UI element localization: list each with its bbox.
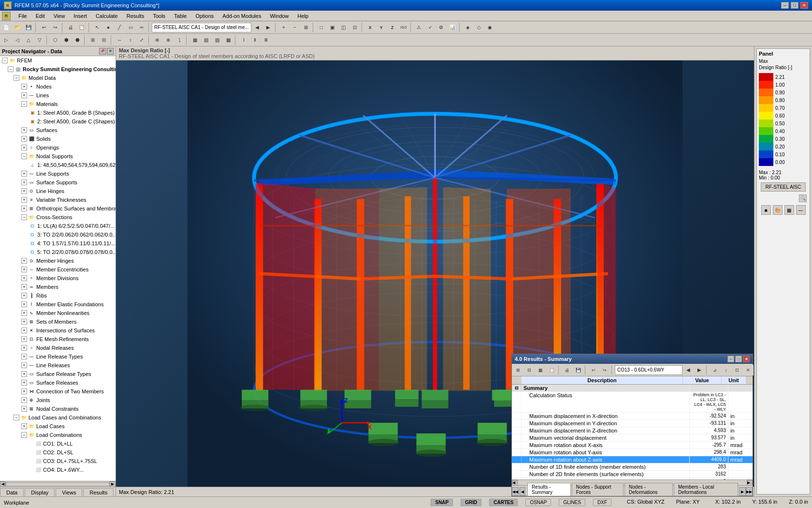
dxf-button[interactable]: DXF xyxy=(593,499,611,506)
results-tab-summary[interactable]: Results - Summary xyxy=(527,483,571,496)
tree-openings[interactable]: + ○ Openings xyxy=(0,143,116,152)
res-filter[interactable]: ⊿ xyxy=(710,365,720,375)
lines-expand[interactable]: + xyxy=(21,92,27,98)
menu-table[interactable]: Table xyxy=(170,12,190,20)
res-extra[interactable]: ⊡ xyxy=(732,365,742,375)
tb2-label3[interactable]: Ⅲ xyxy=(261,35,271,45)
results-tab-fwd[interactable]: ▶ xyxy=(739,487,746,496)
ls-expand[interactable]: + xyxy=(21,171,27,177)
tree-lines[interactable]: + — Lines xyxy=(0,91,116,100)
lr-expand[interactable]: + xyxy=(21,362,27,368)
tree-model-data[interactable]: − 📁 Model Data xyxy=(0,74,116,82)
ortho-expand[interactable]: + xyxy=(21,206,27,211)
glines-button[interactable]: GLINES xyxy=(559,499,585,506)
res-tb-btn4[interactable]: 📋 xyxy=(546,365,557,375)
tree-nodal-constraints[interactable]: + ⊠ Nodal Constraints xyxy=(0,404,116,413)
tree-cs4[interactable]: ⊡ 4: TO 1.57/1.57/0.11/0.11/0.11/... xyxy=(0,239,116,248)
tree-co2[interactable]: ⬜ CO2: DL+SL xyxy=(0,448,116,457)
tree-load-cases[interactable]: − 📁 Load Cases and Combinations xyxy=(0,413,116,422)
nodes-expand[interactable]: + xyxy=(21,84,27,90)
panel-close-button[interactable]: ✕ xyxy=(107,48,114,55)
vt-expand[interactable]: + xyxy=(21,197,27,203)
tb2-btn1[interactable]: ▷ xyxy=(1,35,12,45)
mef-expand[interactable]: + xyxy=(21,301,27,307)
module-dropdown[interactable]: RF-STEEL AISC CA1 - Design of steel me..… xyxy=(152,23,251,32)
tb2-btn2[interactable]: ◁ xyxy=(12,35,23,45)
legend-zoom-button[interactable]: 🔍 xyxy=(799,194,807,202)
sm-expand[interactable]: + xyxy=(21,319,27,325)
tree-surface-release-types[interactable]: + ▭ Surface Release Types xyxy=(0,370,116,378)
tree-joints[interactable]: + ⊕ Joints xyxy=(0,396,116,404)
tree-sets-members[interactable]: + ⊞ Sets of Members xyxy=(0,317,116,326)
tree-var-thick[interactable]: + ≡ Variable Thicknesses xyxy=(0,195,116,204)
mnl-expand[interactable]: + xyxy=(21,310,27,316)
res-scroll-left[interactable]: ◀ xyxy=(512,480,518,486)
tree-materials[interactable]: − 📁 Materials xyxy=(0,100,116,108)
menu-help[interactable]: Help xyxy=(294,12,313,20)
tree-nodes[interactable]: + • Nodes xyxy=(0,82,116,91)
menu-file[interactable]: File xyxy=(14,12,31,20)
tb2-btn6[interactable]: ⬢ xyxy=(61,35,72,45)
new-button[interactable]: 📄 xyxy=(1,22,12,33)
res-tb-btn1[interactable]: ⊞ xyxy=(513,365,523,375)
results-tab-support[interactable]: Nodes - Support Forces xyxy=(572,483,624,496)
tree-cs5[interactable]: ⊡ 5: TO 2/2/0.078/0.078/0.078/0.0... xyxy=(0,248,116,256)
res-tb-btn3[interactable]: ▦ xyxy=(535,365,546,375)
tree-cs1[interactable]: ⊡ 1: UL(A) 6/2.5/2.5/0.047/0.047/... xyxy=(0,222,116,230)
menu-view[interactable]: View xyxy=(50,12,69,20)
menu-edit[interactable]: Edit xyxy=(32,12,49,20)
render-btn2[interactable]: ▣ xyxy=(327,22,338,33)
openings-expand[interactable]: + xyxy=(21,145,27,150)
tree-load-combos[interactable]: − 📁 Load Combinations xyxy=(0,431,116,439)
con-expand[interactable]: + xyxy=(21,388,27,394)
results-minimize[interactable]: ─ xyxy=(727,356,734,362)
tab-results[interactable]: Results xyxy=(83,488,114,496)
tree-scrollbar-h[interactable]: ◀ ▶ xyxy=(0,481,116,487)
tree-company[interactable]: − 🏢 Rocky Summit Engineering Consulting* xyxy=(0,65,116,74)
tree-mat2[interactable]: ▣ 2: Steel A500, Grade C (Shapes) xyxy=(0,117,116,126)
tree-connection[interactable]: + ⋈ Connection of Two Members xyxy=(0,387,116,396)
grid-button[interactable]: GRID xyxy=(461,499,481,506)
surface-button[interactable]: ▭ xyxy=(125,22,136,33)
results-close[interactable]: ✕ xyxy=(743,356,750,362)
solids-expand[interactable]: + xyxy=(21,136,27,142)
lh-expand[interactable]: + xyxy=(21,188,27,194)
tree-line-supports[interactable]: + — Line Supports xyxy=(0,169,116,178)
menu-addon[interactable]: Add-on Modules xyxy=(218,12,265,20)
summary-expand-icon[interactable]: ⊟ xyxy=(512,385,522,391)
res-undo[interactable]: ↩ xyxy=(588,365,599,375)
scroll-right[interactable]: ▶ xyxy=(110,481,116,487)
res-close[interactable]: ✕ xyxy=(743,365,754,375)
mem-expand[interactable]: + xyxy=(21,284,27,290)
menu-insert[interactable]: Insert xyxy=(70,12,91,20)
res-sort[interactable]: ↕ xyxy=(721,365,731,375)
menu-tools[interactable]: Tools xyxy=(149,12,169,20)
res-tb-btn2[interactable]: ⊟ xyxy=(524,365,535,375)
result-btn[interactable]: 📊 xyxy=(447,22,458,33)
tb2-snap2[interactable]: ⊟ xyxy=(99,35,109,45)
tree-intersections[interactable]: + ✕ Intersections of Surfaces xyxy=(0,326,116,335)
lco-expand[interactable]: − xyxy=(21,432,27,438)
tree-member-ecc[interactable]: + ↔ Member Eccentricities xyxy=(0,265,116,274)
tree-surface-releases[interactable]: + ▭ Surface Releases xyxy=(0,378,116,387)
render-btn1[interactable]: □ xyxy=(316,22,327,33)
tree-co3[interactable]: ⬜ CO3: DL+.75LL+.75SL xyxy=(0,457,116,465)
extra-btn3[interactable]: ◉ xyxy=(485,22,495,33)
menu-calculate[interactable]: Calculate xyxy=(92,12,122,20)
tb2-dim1[interactable]: ↔ xyxy=(114,35,125,45)
tree-ribs[interactable]: + ┃ Ribs xyxy=(0,291,116,300)
legend-icon-4[interactable]: — xyxy=(796,205,806,215)
tree-co1[interactable]: ⬜ CO1: DL+LL xyxy=(0,439,116,448)
materials-expand[interactable]: − xyxy=(21,101,27,107)
tree-line-releases[interactable]: + — Line Releases xyxy=(0,361,116,370)
nr-expand[interactable]: + xyxy=(21,345,27,351)
md-expand[interactable]: + xyxy=(21,275,27,281)
tree-mat1[interactable]: ▣ 1: Steel A500, Grade B (Shapes) xyxy=(0,108,116,117)
tree-member-elastic[interactable]: + ⌇ Member Elastic Foundations xyxy=(0,300,116,309)
mh-expand[interactable]: + xyxy=(21,258,27,264)
tree-nodal-releases[interactable]: + ○ Nodal Releases xyxy=(0,344,116,352)
undo-button[interactable]: ↩ xyxy=(39,22,49,33)
tb2-snap1[interactable]: ⊞ xyxy=(87,35,98,45)
tree-fe-mesh[interactable]: + ⊡ FE Mesh Refinements xyxy=(0,335,116,344)
render-btn4[interactable]: ⊡ xyxy=(349,22,360,33)
